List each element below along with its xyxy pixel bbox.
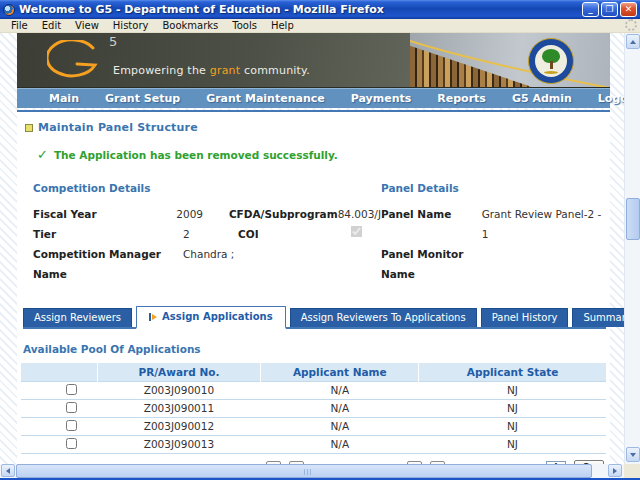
applications-table: PR/Award No. Applicant Name Applicant St… xyxy=(21,363,606,454)
pr-award-cell: Z003J090012 xyxy=(97,417,261,435)
tab-assign-reviewers-to-applications[interactable]: Assign Reviewers To Applications xyxy=(290,308,477,327)
throbber-icon xyxy=(625,19,637,31)
fiscal-year-value: 2009 xyxy=(176,204,229,224)
nav-g5-admin[interactable]: G5 Admin xyxy=(512,92,572,105)
content-panel: Maintain Panel Structure ✓ The Applicati… xyxy=(17,110,610,480)
panel-details-section: Panel Details Panel Name Grant Review Pa… xyxy=(381,182,606,284)
applicant-state-column-header: Applicant State xyxy=(419,363,606,381)
panel-name-label: Panel Name xyxy=(381,204,482,244)
menu-file[interactable]: File xyxy=(4,20,35,31)
menu-history[interactable]: History xyxy=(106,20,156,31)
menu-bookmarks[interactable]: Bookmarks xyxy=(155,20,225,31)
applicant-name-cell: N/A xyxy=(261,417,419,435)
fiscal-year-label: Fiscal Year xyxy=(33,204,176,224)
menu-edit[interactable]: Edit xyxy=(35,20,68,31)
table-row: Z003J090012 N/A NJ xyxy=(21,417,606,435)
success-check-icon: ✓ xyxy=(37,147,48,162)
tab-bar: Assign Reviewers Assign Applications Ass… xyxy=(23,306,606,329)
g5-banner: 5 Empowering the grant community. xyxy=(17,33,610,88)
page-viewport: 5 Empowering the grant community. xyxy=(0,33,640,464)
table-header-row: PR/Award No. Applicant Name Applicant St… xyxy=(21,363,606,381)
scroll-right-button[interactable] xyxy=(608,464,622,477)
applicant-name-cell: N/A xyxy=(261,435,419,453)
available-pool-heading: Available Pool Of Applications xyxy=(23,343,606,355)
window-title: Welcome to G5 - Department of Education … xyxy=(19,3,582,16)
coi-label: COI xyxy=(238,224,350,244)
browser-window: Welcome to G5 - Department of Education … xyxy=(0,0,640,480)
competition-details-section: Competition Details Fiscal Year 2009 CFD… xyxy=(33,182,381,284)
firefox-icon xyxy=(3,4,15,16)
restore-button[interactable]: ❐ xyxy=(601,2,618,17)
g5-logo-icon xyxy=(47,40,103,82)
horizontal-scroll-thumb[interactable] xyxy=(16,464,592,478)
nav-grant-setup[interactable]: Grant Setup xyxy=(105,92,180,105)
page-title-icon xyxy=(25,124,33,132)
active-tab-icon xyxy=(149,313,157,321)
g5-logo-number: 5 xyxy=(109,34,117,49)
vertical-scroll-thumb[interactable] xyxy=(626,198,640,240)
horizontal-scrollbar[interactable] xyxy=(0,464,624,478)
competition-manager-value: Chandra ; xyxy=(183,244,234,284)
tier-value: 2 xyxy=(183,224,238,244)
department-of-education-seal xyxy=(528,38,574,84)
panel-details-heading: Panel Details xyxy=(381,182,606,194)
applicant-state-cell: NJ xyxy=(419,399,606,417)
cfda-value: 84.003/J xyxy=(338,204,381,224)
main-nav: Main Grant Setup Grant Maintenance Payme… xyxy=(17,88,610,108)
applicant-state-cell: NJ xyxy=(419,435,606,453)
success-message-row: ✓ The Application has been removed succe… xyxy=(21,134,606,162)
row-checkbox[interactable] xyxy=(66,402,77,413)
success-message: The Application has been removed success… xyxy=(54,149,338,161)
vertical-scrollbar[interactable] xyxy=(624,33,640,464)
banner-curve xyxy=(410,33,610,88)
table-row: Z003J090011 N/A NJ xyxy=(21,399,606,417)
applicant-name-cell: N/A xyxy=(261,399,419,417)
menu-bar: File Edit View History Bookmarks Tools H… xyxy=(0,19,640,33)
applicant-name-cell: N/A xyxy=(261,381,419,399)
nav-main[interactable]: Main xyxy=(49,92,79,105)
menu-help[interactable]: Help xyxy=(264,20,301,31)
banner-tagline: Empowering the grant community. xyxy=(113,64,310,77)
menu-tools[interactable]: Tools xyxy=(225,20,264,31)
tab-panel-history[interactable]: Panel History xyxy=(481,308,569,327)
menu-view[interactable]: View xyxy=(68,20,106,31)
cfda-label: CFDA/Subprogram xyxy=(229,204,338,224)
scroll-down-button[interactable] xyxy=(626,447,640,462)
competition-manager-label: Competition Manager Name xyxy=(33,244,183,284)
pr-award-cell: Z003J090010 xyxy=(97,381,261,399)
close-button[interactable]: ✕ xyxy=(620,2,637,17)
library-photo xyxy=(410,33,610,88)
row-checkbox[interactable] xyxy=(66,384,77,395)
pr-award-cell: Z003J090013 xyxy=(97,435,261,453)
tab-assign-reviewers[interactable]: Assign Reviewers xyxy=(23,308,132,327)
minimize-button[interactable]: _ xyxy=(582,2,599,17)
coi-checkbox xyxy=(351,226,363,238)
panel-name-value: Grant Review Panel-2 - 1 xyxy=(482,204,606,244)
nav-payments[interactable]: Payments xyxy=(351,92,412,105)
pr-award-column-header: PR/Award No. xyxy=(97,363,261,381)
tier-label: Tier xyxy=(33,224,183,244)
row-checkbox[interactable] xyxy=(66,438,77,449)
applicant-state-cell: NJ xyxy=(419,381,606,399)
applicant-state-cell: NJ xyxy=(419,417,606,435)
pr-award-cell: Z003J090011 xyxy=(97,399,261,417)
select-column-header xyxy=(21,363,97,381)
scrollbar-corner xyxy=(624,464,640,478)
applicant-name-column-header: Applicant Name xyxy=(261,363,419,381)
scroll-up-button[interactable] xyxy=(626,34,640,49)
table-row: Z003J090013 N/A NJ xyxy=(21,435,606,453)
competition-details-heading: Competition Details xyxy=(33,182,381,194)
nav-grant-maintenance[interactable]: Grant Maintenance xyxy=(206,92,325,105)
nav-reports[interactable]: Reports xyxy=(437,92,486,105)
table-row: Z003J090010 N/A NJ xyxy=(21,381,606,399)
panel-monitor-label: Panel Monitor Name xyxy=(381,244,486,284)
row-checkbox[interactable] xyxy=(66,420,77,431)
title-bar[interactable]: Welcome to G5 - Department of Education … xyxy=(0,0,640,19)
tab-assign-applications[interactable]: Assign Applications xyxy=(136,306,286,329)
page-title: Maintain Panel Structure xyxy=(38,121,198,134)
scroll-left-button[interactable] xyxy=(1,464,15,477)
